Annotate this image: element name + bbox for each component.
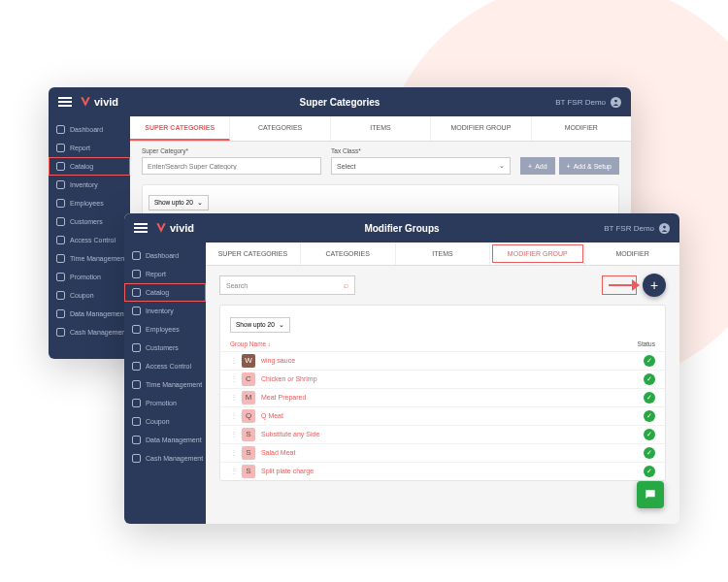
tab-items[interactable]: ITEMS	[331, 116, 431, 141]
search-icon: ⌕	[344, 280, 348, 290]
sidebar-item-coupon[interactable]: Coupon	[124, 412, 206, 431]
sidebar-item-inventory[interactable]: Inventory	[124, 302, 206, 320]
add-fab-button[interactable]: +	[643, 274, 666, 297]
nav-icon	[132, 325, 141, 334]
add-callout: +	[602, 274, 666, 297]
table-row[interactable]: ⋮⋮SSubstitute any Side✓	[220, 425, 665, 443]
tab-modifier-group[interactable]: MODIFIER GROUP	[431, 116, 531, 141]
sidebar: DashboardReportCatalogInventoryEmployees…	[124, 242, 206, 524]
group-name: Split plate charge	[261, 468, 644, 474]
status-ok-icon: ✓	[644, 410, 655, 422]
tab-modifier-group[interactable]: MODIFIER GROUP	[490, 242, 585, 265]
drag-handle-icon[interactable]: ⋮⋮	[230, 430, 238, 438]
sidebar-item-data-management[interactable]: Data Management	[49, 305, 130, 323]
logo: vivid	[155, 222, 194, 234]
sidebar-item-label: Catalog	[70, 163, 93, 170]
chevron-down-icon: ⌄	[279, 321, 284, 329]
tab-items[interactable]: ITEMS	[396, 242, 491, 265]
drag-handle-icon[interactable]: ⋮⋮	[230, 356, 238, 365]
nav-icon	[132, 417, 141, 426]
user-icon[interactable]	[659, 223, 670, 234]
drag-handle-icon[interactable]: ⋮⋮	[230, 374, 238, 383]
sidebar-item-promotion[interactable]: Promotion	[49, 268, 130, 286]
sidebar-item-employees[interactable]: Employees	[49, 194, 130, 212]
sidebar-item-report[interactable]: Report	[49, 139, 130, 157]
sidebar-item-coupon[interactable]: Coupon	[49, 286, 130, 305]
status-ok-icon: ✓	[644, 466, 655, 477]
sidebar-item-access-control[interactable]: Access Control	[124, 357, 206, 375]
sidebar-item-catalog[interactable]: Catalog	[124, 283, 206, 302]
menu-icon[interactable]	[134, 223, 148, 233]
sidebar-item-data-management[interactable]: Data Management	[124, 431, 206, 449]
sidebar-item-customers[interactable]: Customers	[124, 339, 206, 357]
table-row[interactable]: ⋮⋮SSplit plate charge✓	[220, 462, 665, 480]
group-avatar: Q	[242, 409, 255, 423]
sidebar-item-time-management[interactable]: Time Management	[49, 249, 130, 268]
table-row[interactable]: ⋮⋮SSalad Meat✓	[220, 443, 665, 462]
sidebar-item-promotion[interactable]: Promotion	[124, 394, 206, 412]
user-icon[interactable]	[611, 97, 621, 108]
tab-modifier[interactable]: MODIFIER	[532, 116, 631, 141]
nav-icon	[56, 254, 65, 263]
sidebar-item-label: Time Management	[146, 381, 202, 388]
menu-icon[interactable]	[58, 97, 72, 107]
group-name: Q Meat	[261, 412, 644, 419]
status-ok-icon: ✓	[644, 392, 655, 404]
nav-icon	[132, 343, 141, 352]
drag-handle-icon[interactable]: ⋮⋮	[230, 411, 238, 420]
add-button[interactable]: +Add	[520, 157, 555, 175]
page-size-select[interactable]: Show upto 20⌄	[230, 317, 290, 333]
nav-icon	[56, 291, 65, 300]
user-name: BT FSR Demo	[555, 98, 606, 107]
sidebar-item-label: Cash Management	[146, 455, 203, 462]
sidebar-item-access-control[interactable]: Access Control	[49, 231, 130, 249]
add-setup-button[interactable]: +Add & Setup	[559, 157, 619, 175]
nav-icon	[132, 436, 141, 444]
nav-icon	[56, 180, 65, 189]
tab-modifier[interactable]: MODIFIER	[585, 242, 679, 265]
group-name: wing sauce	[261, 357, 644, 364]
col-group-name[interactable]: Group Name ↕	[230, 340, 271, 347]
tab-super-categories[interactable]: SUPER CATEGORIES	[206, 242, 301, 265]
sidebar-item-label: Data Management	[70, 310, 126, 317]
drag-handle-icon[interactable]: ⋮⋮	[230, 393, 238, 402]
sidebar-item-employees[interactable]: Employees	[124, 320, 206, 339]
brand-text: vivid	[170, 222, 194, 234]
sidebar-item-label: Access Control	[70, 237, 116, 243]
sidebar-item-label: Promotion	[146, 400, 177, 406]
sidebar-item-inventory[interactable]: Inventory	[49, 176, 130, 194]
sidebar-item-cash-management[interactable]: Cash Management	[49, 323, 130, 341]
tab-categories[interactable]: CATEGORIES	[301, 242, 396, 265]
sidebar-item-cash-management[interactable]: Cash Management	[124, 449, 206, 468]
tax-class-select[interactable]: Select⌄	[331, 157, 511, 175]
drag-handle-icon[interactable]: ⋮⋮	[230, 448, 238, 457]
table-row[interactable]: ⋮⋮QQ Meat✓	[220, 406, 665, 425]
nav-icon	[56, 273, 65, 281]
svg-point-1	[663, 225, 666, 228]
tab-categories[interactable]: CATEGORIES	[230, 116, 330, 141]
chat-fab-button[interactable]	[637, 481, 664, 508]
sidebar-item-label: Dashboard	[146, 252, 179, 259]
page-size-select[interactable]: Show upto 20⌄	[149, 195, 209, 210]
nav-icon	[56, 162, 65, 171]
sidebar-item-time-management[interactable]: Time Management	[124, 375, 206, 394]
sidebar-item-report[interactable]: Report	[124, 265, 206, 283]
sidebar-item-dashboard[interactable]: Dashboard	[49, 120, 130, 139]
drag-handle-icon[interactable]: ⋮⋮	[230, 467, 238, 475]
nav-icon	[132, 288, 141, 297]
super-category-input[interactable]	[142, 157, 321, 175]
sidebar-item-dashboard[interactable]: Dashboard	[124, 246, 206, 265]
sidebar-item-label: Catalog	[146, 289, 169, 296]
nav-icon	[56, 236, 65, 244]
table-row[interactable]: ⋮⋮CChicken or Shrimp✓	[220, 370, 665, 388]
table-row[interactable]: ⋮⋮Wwing sauce✓	[220, 351, 665, 370]
tab-super-categories[interactable]: SUPER CATEGORIES	[130, 116, 230, 141]
table-row[interactable]: ⋮⋮MMeat Prepared✓	[220, 388, 665, 406]
header: vivid Modifier Groups BT FSR Demo	[124, 213, 679, 242]
search-input[interactable]: Search ⌕	[219, 275, 355, 295]
sidebar-item-catalog[interactable]: Catalog	[49, 157, 130, 176]
col-status: Status	[638, 340, 655, 347]
group-name: Salad Meat	[261, 449, 644, 456]
sidebar-item-customers[interactable]: Customers	[49, 212, 130, 231]
sidebar-item-label: Data Management	[146, 436, 202, 443]
